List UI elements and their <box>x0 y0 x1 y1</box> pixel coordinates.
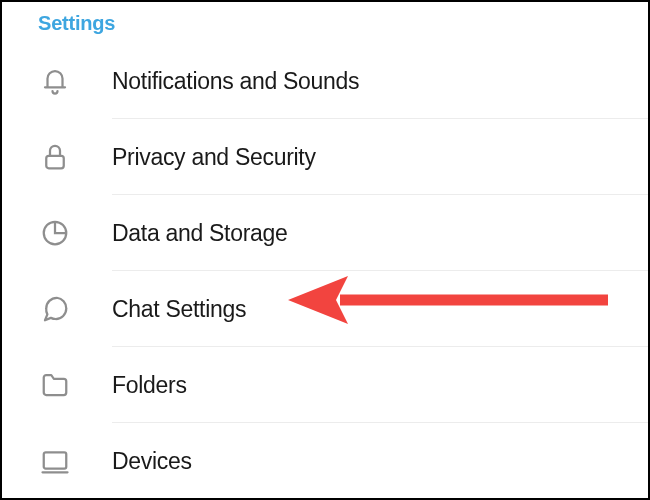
settings-item-data[interactable]: Data and Storage <box>2 195 648 271</box>
settings-item-folders[interactable]: Folders <box>2 347 648 423</box>
settings-screen: Settings Notifications and Sounds Privac… <box>0 0 650 500</box>
device-icon <box>2 446 112 476</box>
settings-list: Notifications and Sounds Privacy and Sec… <box>2 43 648 499</box>
settings-item-privacy[interactable]: Privacy and Security <box>2 119 648 195</box>
settings-item-label: Data and Storage <box>112 220 288 247</box>
pie-icon <box>2 218 112 248</box>
folder-icon <box>2 370 112 400</box>
settings-item-label: Chat Settings <box>112 296 246 323</box>
section-header: Settings <box>2 2 648 43</box>
settings-item-label: Privacy and Security <box>112 144 316 171</box>
settings-item-label: Notifications and Sounds <box>112 68 359 95</box>
settings-item-devices[interactable]: Devices <box>2 423 648 499</box>
svg-rect-0 <box>46 156 64 169</box>
settings-item-label: Folders <box>112 372 187 399</box>
settings-item-label: Devices <box>112 448 192 475</box>
svg-rect-2 <box>44 452 67 468</box>
settings-item-chat[interactable]: Chat Settings <box>2 271 648 347</box>
chat-icon <box>2 294 112 324</box>
bell-icon <box>2 66 112 96</box>
settings-item-notifications[interactable]: Notifications and Sounds <box>2 43 648 119</box>
lock-icon <box>2 142 112 172</box>
